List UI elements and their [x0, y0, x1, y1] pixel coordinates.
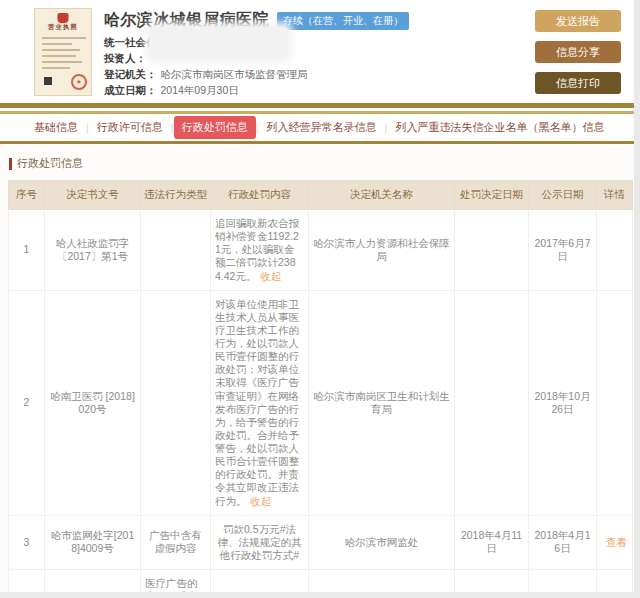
license-text-line	[42, 67, 70, 69]
penalty-table-head: 序号决定书文号违法行为类型行政处罚内容决定机关名称处罚决定日期公示日期详情	[9, 181, 633, 210]
license-text-line	[42, 61, 82, 63]
company-header: 营业执照 哈尔滨冰城银屑病医院 存续（在营、开业、在册） 统一社会信用代码：	[0, 0, 634, 103]
cell-publish-date: 2018年10月26日	[529, 290, 597, 515]
cell-publish-date: 2018年4月16日	[529, 515, 597, 569]
info-print-button[interactable]: 信息打印	[535, 72, 621, 94]
redacted-values-blur	[150, 27, 288, 58]
license-title: 营业执照	[46, 23, 81, 32]
table-row: 1哈人社政监罚字〔2017〕第1号追回骗取新农合报销补偿资金1192.21元，处…	[9, 210, 633, 291]
cell-penalty-content: 罚款1.0万元#	[211, 570, 309, 593]
section-title-bar	[9, 158, 12, 170]
collapse-link[interactable]: 收起	[251, 495, 272, 507]
send-report-button[interactable]: 发送报告	[535, 10, 621, 32]
column-header: 详情	[597, 181, 633, 210]
cell-no: 2	[9, 290, 45, 515]
cell-detail	[597, 290, 633, 515]
cell-doc-no: 哈市监网处字[2016]8号	[45, 570, 141, 593]
cell-authority: 哈尔滨市网监处	[309, 515, 455, 569]
cell-violation-type	[141, 290, 211, 515]
cell-no: 3	[9, 515, 45, 569]
cell-doc-no: 哈人社政监罚字〔2017〕第1号	[45, 210, 141, 291]
cell-decision-date	[455, 210, 529, 291]
license-text-line	[42, 49, 80, 51]
penalty-table-body: 1哈人社政监罚字〔2017〕第1号追回骗取新农合报销补偿资金1192.21元，处…	[9, 210, 633, 593]
tab-2[interactable]: 行政处罚信息	[174, 116, 256, 139]
cell-detail: 查看	[597, 570, 633, 593]
business-license-thumbnail[interactable]: 营业执照	[34, 8, 92, 96]
cell-decision-date: 2016年12月15日	[455, 570, 529, 593]
section-title-text: 行政处罚信息	[17, 156, 83, 171]
column-header: 行政处罚内容	[211, 181, 309, 210]
cell-authority: 哈尔滨市人力资源和社会保障局	[309, 210, 455, 291]
table-row: 3哈市监网处字[2018]4009号广告中含有虚假内容罚款0.5万元#法律、法规…	[9, 515, 633, 569]
national-emblem-icon	[58, 13, 69, 23]
red-seal-icon	[71, 74, 87, 90]
field-establish-date: 成立日期： 2014年09月30日	[104, 84, 409, 100]
column-header: 处罚决定日期	[455, 181, 529, 210]
field-registration-authority: 登记机关： 哈尔滨市南岗区市场监督管理局	[104, 68, 409, 84]
cell-publish-date: 2017年6月22日	[529, 570, 597, 593]
cell-violation-type	[141, 210, 211, 291]
cell-no: 1	[9, 210, 45, 291]
header-row: 序号决定书文号违法行为类型行政处罚内容决定机关名称处罚决定日期公示日期详情	[9, 181, 633, 210]
license-text-line	[42, 43, 72, 45]
license-text-line	[42, 55, 76, 57]
tab-1[interactable]: 行政许可信息	[89, 116, 171, 139]
cell-no: 4	[9, 570, 45, 593]
column-header: 公示日期	[529, 181, 597, 210]
qr-code-icon	[42, 75, 54, 87]
column-header: 序号	[9, 181, 45, 210]
cell-violation-type: 医疗广告的表现形式含有利用患者、卫生技术人员、医学教育科研机...更多	[141, 570, 211, 593]
cell-detail: 查看	[597, 515, 633, 569]
cell-authority: 哈尔滨市南岗区卫生和计划生育局	[309, 290, 455, 515]
cell-violation-type: 广告中含有虚假内容	[141, 515, 211, 569]
column-header: 违法行为类型	[141, 181, 211, 210]
tab-3[interactable]: 列入经营异常名录信息	[259, 116, 385, 139]
tab-4[interactable]: 列入严重违法失信企业名单（黑名单）信息	[387, 116, 612, 139]
tab-bar: 基础信息|行政许可信息|行政处罚信息|列入经营异常名录信息|列入严重违法失信企业…	[0, 114, 634, 141]
status-badge: 存续（在营、开业、在册）	[277, 12, 409, 30]
penalty-table: 序号决定书文号违法行为类型行政处罚内容决定机关名称处罚决定日期公示日期详情 1哈…	[8, 180, 633, 592]
section-title: 行政处罚信息	[8, 144, 626, 180]
cell-penalty-content: 对该单位使用非卫生技术人员从事医疗卫生技术工作的行为，处以罚款人民币壹仟圆整的行…	[211, 290, 309, 515]
cell-penalty-content: 追回骗取新农合报销补偿资金1192.21元，处以骗取金额二倍罚款计2384.42…	[211, 210, 309, 291]
cell-penalty-content: 罚款0.5万元#法律、法规规定的其他行政处罚方式#	[211, 515, 309, 569]
collapse-link[interactable]: 收起	[260, 270, 281, 282]
column-header: 决定机关名称	[309, 181, 455, 210]
column-header: 决定书文号	[45, 181, 141, 210]
cell-detail	[597, 210, 633, 291]
license-text-line	[42, 37, 86, 39]
cell-authority: 哈尔滨市网监处	[309, 570, 455, 593]
cell-decision-date	[455, 290, 529, 515]
content-area: 行政处罚信息 序号决定书文号违法行为类型行政处罚内容决定机关名称处罚决定日期公示…	[0, 144, 634, 592]
info-share-button[interactable]: 信息分享	[535, 41, 621, 63]
table-row: 4哈市监网处字[2016]8号医疗广告的表现形式含有利用患者、卫生技术人员、医学…	[9, 570, 633, 593]
table-row: 2哈南卫医罚 [2018] 020号对该单位使用非卫生技术人员从事医疗卫生技术工…	[9, 290, 633, 515]
view-detail-link[interactable]: 查看	[606, 536, 627, 548]
cell-publish-date: 2017年6月7日	[529, 210, 597, 291]
header-actions: 发送报告 信息分享 信息打印	[535, 10, 621, 103]
cell-doc-no: 哈市监网处字[2018]4009号	[45, 515, 141, 569]
cell-doc-no: 哈南卫医罚 [2018] 020号	[45, 290, 141, 515]
page-card: 营业执照 哈尔滨冰城银屑病医院 存续（在营、开业、在册） 统一社会信用代码：	[0, 0, 634, 592]
cell-decision-date: 2018年4月11日	[455, 515, 529, 569]
tab-0[interactable]: 基础信息	[26, 116, 86, 139]
